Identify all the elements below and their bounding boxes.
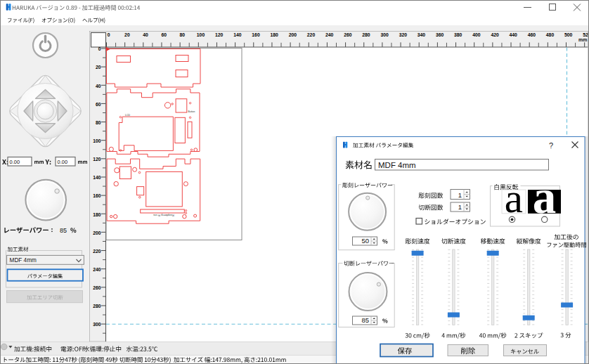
svg-text:260: 260 xyxy=(344,32,352,37)
svg-text:100: 100 xyxy=(93,138,101,143)
svg-text:420: 420 xyxy=(491,32,499,37)
svg-text:?: ? xyxy=(549,141,553,150)
svg-text:300: 300 xyxy=(380,32,389,37)
svg-text:400: 400 xyxy=(472,32,481,37)
svg-text:260: 260 xyxy=(93,285,101,290)
svg-text:440: 440 xyxy=(510,32,518,37)
svg-text:220: 220 xyxy=(307,32,316,37)
svg-text:320: 320 xyxy=(399,32,408,37)
svg-text:0.00: 0.00 xyxy=(10,159,20,165)
svg-text:LCD: LCD xyxy=(125,114,131,117)
svg-text:a: a xyxy=(505,175,523,221)
svg-text:1: 1 xyxy=(458,191,462,199)
svg-text:200: 200 xyxy=(289,32,297,37)
svg-text:60: 60 xyxy=(96,102,101,107)
svg-text:0: 0 xyxy=(98,46,101,51)
svg-text:Raspberry Pi via: Raspberry Pi via xyxy=(153,214,174,217)
svg-text:85: 85 xyxy=(60,227,67,234)
svg-text:0.00: 0.00 xyxy=(58,159,68,165)
svg-text:85: 85 xyxy=(361,316,369,324)
svg-text:240: 240 xyxy=(325,32,334,37)
svg-text:220: 220 xyxy=(93,249,101,254)
svg-text:460: 460 xyxy=(528,32,536,37)
svg-text:80: 80 xyxy=(96,120,101,125)
svg-text:50: 50 xyxy=(361,237,369,245)
svg-text:80: 80 xyxy=(180,32,186,37)
svg-text:340: 340 xyxy=(418,32,426,37)
svg-text:300: 300 xyxy=(93,322,101,327)
svg-text:20: 20 xyxy=(124,32,130,37)
svg-text:MDF 4mm: MDF 4mm xyxy=(10,257,37,264)
svg-text:180: 180 xyxy=(93,212,101,217)
svg-text:360: 360 xyxy=(436,32,444,37)
svg-text:140: 140 xyxy=(233,32,242,37)
svg-text:280: 280 xyxy=(362,32,370,37)
svg-text:Button: Button xyxy=(188,110,195,113)
svg-text:160: 160 xyxy=(252,32,260,37)
svg-text:200: 200 xyxy=(93,230,101,235)
svg-text:60: 60 xyxy=(161,32,167,37)
svg-text:480: 480 xyxy=(546,32,555,37)
svg-text:a: a xyxy=(533,171,557,223)
svg-text:mm: mm xyxy=(578,37,587,42)
svg-text:140: 140 xyxy=(93,175,101,180)
svg-text:0: 0 xyxy=(108,32,110,37)
svg-text:120: 120 xyxy=(93,157,101,162)
svg-text:280: 280 xyxy=(93,304,101,308)
svg-text:1: 1 xyxy=(458,203,462,211)
svg-text:40: 40 xyxy=(143,32,148,37)
svg-text:380: 380 xyxy=(454,32,462,37)
svg-text:500: 500 xyxy=(564,32,573,37)
svg-text:100: 100 xyxy=(197,32,205,37)
svg-text:180: 180 xyxy=(270,32,278,37)
svg-text:120: 120 xyxy=(215,32,224,37)
svg-text:40: 40 xyxy=(96,84,101,89)
svg-text:160: 160 xyxy=(93,193,101,198)
svg-text:240: 240 xyxy=(93,267,101,272)
svg-text:20: 20 xyxy=(96,65,101,70)
svg-text:MDF 4mm: MDF 4mm xyxy=(378,161,416,169)
